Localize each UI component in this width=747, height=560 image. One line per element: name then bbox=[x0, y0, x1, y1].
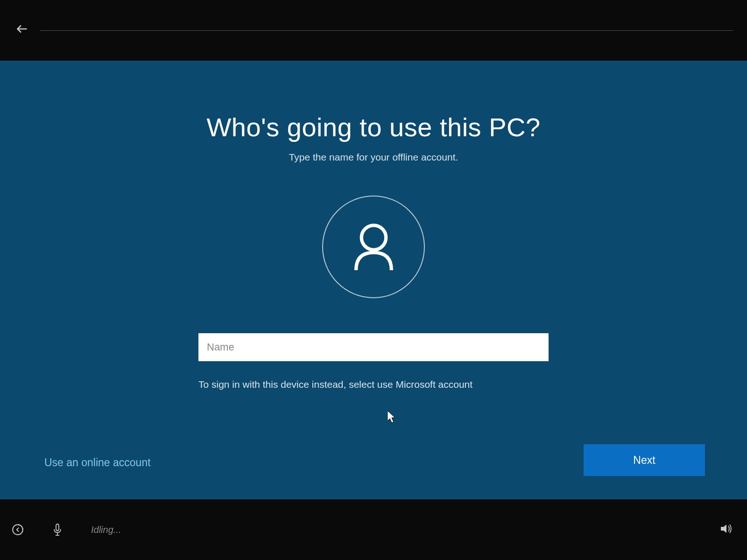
bottom-bar: Idling... bbox=[0, 499, 747, 560]
page-title: Who's going to use this PC? bbox=[206, 112, 540, 142]
top-bar bbox=[0, 0, 747, 61]
accessibility-icon[interactable] bbox=[12, 524, 24, 536]
next-button[interactable]: Next bbox=[584, 444, 705, 476]
back-arrow-icon[interactable] bbox=[14, 22, 28, 39]
svg-point-1 bbox=[361, 225, 386, 249]
user-avatar-placeholder bbox=[322, 196, 425, 298]
status-text: Idling... bbox=[91, 525, 121, 535]
main-content: Who's going to use this PC? Type the nam… bbox=[0, 61, 747, 499]
hint-text: To sign in with this device instead, sel… bbox=[198, 379, 549, 390]
microphone-icon[interactable] bbox=[52, 523, 63, 536]
name-input[interactable] bbox=[198, 333, 549, 361]
svg-rect-3 bbox=[56, 524, 59, 531]
top-divider bbox=[40, 30, 733, 31]
page-subtitle: Type the name for your offline account. bbox=[289, 152, 458, 163]
user-icon bbox=[352, 223, 396, 272]
svg-marker-6 bbox=[721, 525, 726, 533]
next-button-label: Next bbox=[633, 454, 655, 467]
use-online-account-link[interactable]: Use an online account bbox=[44, 456, 151, 469]
volume-icon[interactable] bbox=[720, 523, 733, 536]
